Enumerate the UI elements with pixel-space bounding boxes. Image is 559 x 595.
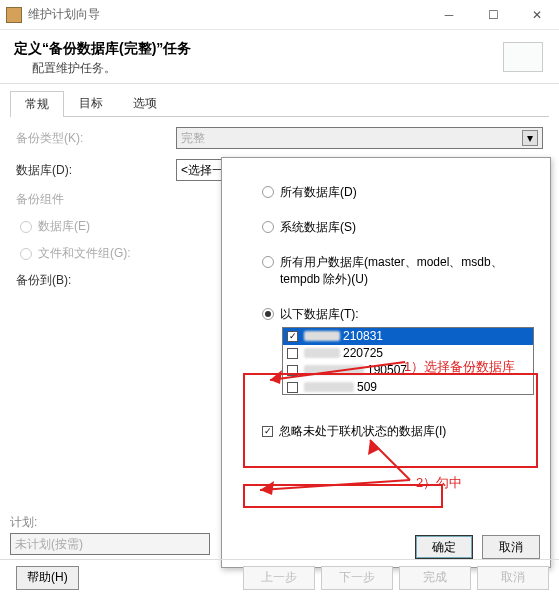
list-item[interactable]: 190507 <box>283 362 533 379</box>
title-bar: 维护计划向导 ─ ☐ ✕ <box>0 0 559 30</box>
option-all-databases-label: 所有数据库(D) <box>280 184 357 201</box>
option-all-databases[interactable]: 所有数据库(D) <box>262 184 534 201</box>
list-item-label: 509 <box>357 380 377 394</box>
schedule-label: 计划: <box>10 514 210 531</box>
schedule-combo: 未计划(按需) <box>10 533 210 555</box>
footer-cancel-button[interactable]: 取消 <box>477 566 549 590</box>
radio-icon <box>262 221 274 233</box>
tab-target[interactable]: 目标 <box>64 90 118 116</box>
maximize-button[interactable]: ☐ <box>471 1 515 29</box>
ignore-offline-row[interactable]: 忽略未处于联机状态的数据库(I) <box>262 423 534 440</box>
next-button[interactable]: 下一步 <box>321 566 393 590</box>
list-item[interactable]: 210831 <box>283 328 533 345</box>
window-title: 维护计划向导 <box>28 6 427 23</box>
option-user-databases-label: 所有用户数据库(master、model、msdb、tempdb 除外)(U) <box>280 254 534 288</box>
tabs: 常规 目标 选项 <box>10 90 549 117</box>
database-listbox[interactable]: 210831 220725 190507 509 <box>282 327 534 395</box>
app-icon <box>6 7 22 23</box>
backup-component-label: 备份组件 <box>16 191 176 208</box>
minimize-button[interactable]: ─ <box>427 1 471 29</box>
backup-type-value: 完整 <box>181 130 205 147</box>
list-item-label: 220725 <box>343 346 383 360</box>
radio-icon <box>262 308 274 320</box>
backup-to-label: 备份到(B): <box>16 272 176 289</box>
option-these-databases[interactable]: 以下数据库(T): <box>262 306 534 323</box>
option-system-databases-label: 系统数据库(S) <box>280 219 356 236</box>
checkbox-icon[interactable] <box>287 365 298 376</box>
finish-button: 完成 <box>399 566 471 590</box>
blurred-text <box>304 365 364 375</box>
schedule-value: 未计划(按需) <box>15 536 83 553</box>
list-item-label: 190507 <box>367 363 407 377</box>
tab-general[interactable]: 常规 <box>10 91 64 117</box>
page-subtitle: 配置维护任务。 <box>32 60 545 77</box>
backup-type-combo: 完整 ▾ <box>176 127 543 149</box>
checkbox-icon[interactable] <box>287 382 298 393</box>
wizard-footer: 帮助(H) 上一步 下一步 完成 取消 <box>0 559 559 595</box>
schedule-section: 计划: 未计划(按需) <box>10 514 210 555</box>
help-button[interactable]: 帮助(H) <box>16 566 79 590</box>
backup-type-label: 备份类型(K): <box>16 130 176 147</box>
radio-icon <box>262 256 274 268</box>
back-button[interactable]: 上一步 <box>243 566 315 590</box>
wizard-header: 定义“备份数据库(完整)”任务 配置维护任务。 <box>0 30 559 84</box>
database-label: 数据库(D): <box>16 162 176 179</box>
radio-component-files-label: 文件和文件组(G): <box>38 245 131 262</box>
checkbox-icon[interactable] <box>287 331 298 342</box>
blurred-text <box>304 331 340 341</box>
cancel-button[interactable]: 取消 <box>482 535 540 559</box>
page-title: 定义“备份数据库(完整)”任务 <box>14 40 545 58</box>
checkbox-ignore-offline[interactable] <box>262 426 273 437</box>
blurred-text <box>304 348 340 358</box>
close-button[interactable]: ✕ <box>515 1 559 29</box>
ok-button[interactable]: 确定 <box>415 535 473 559</box>
checkbox-icon[interactable] <box>287 348 298 359</box>
list-item[interactable]: 220725 <box>283 345 533 362</box>
radio-icon <box>262 186 274 198</box>
option-system-databases[interactable]: 系统数据库(S) <box>262 219 534 236</box>
option-user-databases[interactable]: 所有用户数据库(master、model、msdb、tempdb 除外)(U) <box>262 254 534 288</box>
tab-options[interactable]: 选项 <box>118 90 172 116</box>
radio-component-database-label: 数据库(E) <box>38 218 90 235</box>
list-item-label: 210831 <box>343 329 383 343</box>
header-illustration <box>503 42 543 72</box>
ignore-offline-label: 忽略未处于联机状态的数据库(I) <box>279 423 446 440</box>
radio-component-files <box>20 248 32 260</box>
option-these-databases-label: 以下数据库(T): <box>280 306 359 323</box>
database-selection-popup: 所有数据库(D) 系统数据库(S) 所有用户数据库(master、model、m… <box>221 157 551 568</box>
list-item[interactable]: 509 <box>283 379 533 395</box>
blurred-text <box>304 382 354 392</box>
radio-component-database <box>20 221 32 233</box>
chevron-down-icon: ▾ <box>522 130 538 146</box>
